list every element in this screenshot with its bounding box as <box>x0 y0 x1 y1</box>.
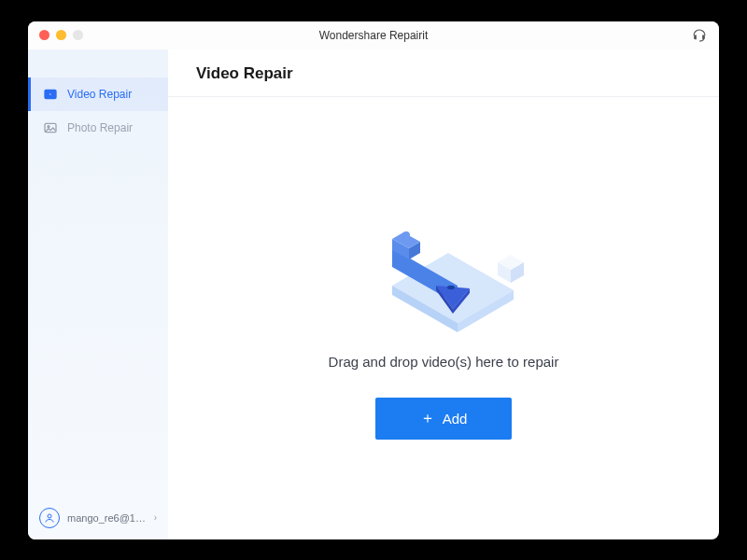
titlebar: Wondershare Repairit <box>28 21 719 49</box>
support-icon[interactable] <box>691 27 708 44</box>
maximize-window-button[interactable] <box>73 30 83 40</box>
video-repair-illustration <box>350 197 537 337</box>
sidebar-item-label: Video Repair <box>67 88 132 101</box>
traffic-lights <box>39 30 83 40</box>
svg-point-11 <box>447 285 455 288</box>
svg-point-2 <box>48 125 49 127</box>
window-title: Wondershare Repairit <box>319 29 429 42</box>
page-title: Video Repair <box>168 49 719 97</box>
svg-point-3 <box>48 514 51 518</box>
app-window: Wondershare Repairit <box>28 21 719 539</box>
sidebar-item-video-repair[interactable]: Video Repair <box>28 77 168 111</box>
sidebar-items: Video Repair Photo Repair <box>28 77 168 497</box>
drop-area[interactable]: Drag and drop video(s) here to repair ＋ … <box>168 97 719 539</box>
chevron-right-icon: › <box>154 512 157 523</box>
minimize-window-button[interactable] <box>56 30 66 40</box>
add-button[interactable]: ＋ Add <box>375 398 513 440</box>
avatar-icon <box>39 508 60 528</box>
app-body: Video Repair Photo Repair <box>28 49 719 539</box>
close-window-button[interactable] <box>39 30 49 40</box>
add-button-label: Add <box>443 411 468 427</box>
video-icon <box>43 87 58 102</box>
sidebar-item-label: Photo Repair <box>67 121 133 134</box>
main-content: Video Repair <box>168 49 719 539</box>
sidebar: Video Repair Photo Repair <box>28 49 168 539</box>
photo-icon <box>43 120 58 135</box>
svg-point-15 <box>402 231 410 239</box>
plus-icon: ＋ <box>420 409 435 428</box>
account-name: mango_re6@163.... <box>67 512 147 524</box>
drop-instruction-text: Drag and drop video(s) here to repair <box>329 354 559 370</box>
account-button[interactable]: mango_re6@163.... › <box>28 497 168 539</box>
sidebar-item-photo-repair[interactable]: Photo Repair <box>28 111 168 145</box>
